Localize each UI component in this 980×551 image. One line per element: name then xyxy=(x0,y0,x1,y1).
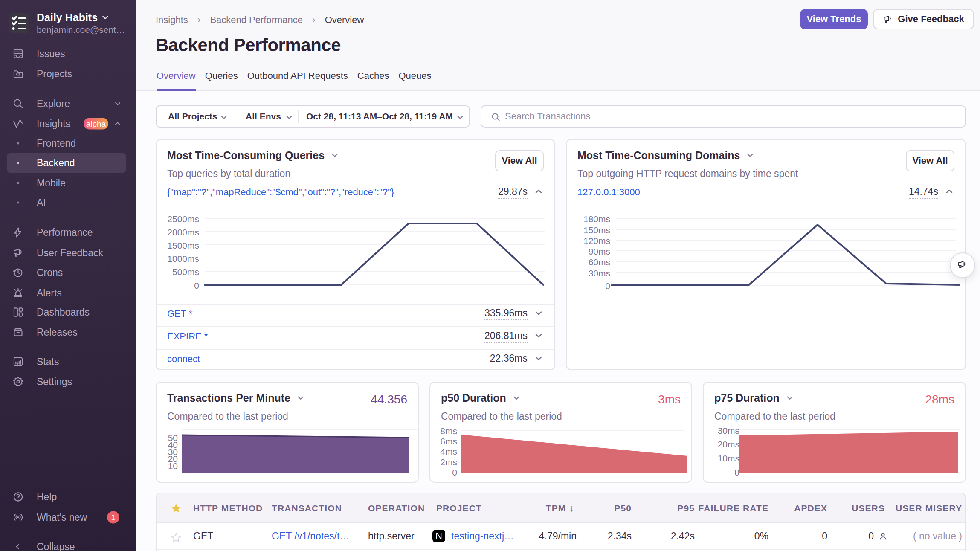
svg-text:0: 0 xyxy=(605,281,610,291)
svg-text:60ms: 60ms xyxy=(589,257,610,267)
svg-text:20ms: 20ms xyxy=(718,439,739,449)
svg-text:6ms: 6ms xyxy=(440,436,457,446)
svg-text:2ms: 2ms xyxy=(440,457,457,467)
svg-text:1500ms: 1500ms xyxy=(167,241,199,250)
svg-text:0: 0 xyxy=(734,467,739,477)
svg-text:90ms: 90ms xyxy=(589,246,610,256)
svg-text:0: 0 xyxy=(452,467,457,477)
svg-text:180ms: 180ms xyxy=(583,214,610,224)
svg-text:8ms: 8ms xyxy=(440,426,457,436)
svg-text:500ms: 500ms xyxy=(172,267,199,277)
svg-text:0: 0 xyxy=(194,281,199,290)
svg-text:150ms: 150ms xyxy=(583,225,610,235)
svg-text:4ms: 4ms xyxy=(440,447,457,456)
svg-text:120ms: 120ms xyxy=(583,236,610,246)
svg-text:1000ms: 1000ms xyxy=(167,254,199,264)
svg-text:2000ms: 2000ms xyxy=(167,227,199,237)
svg-text:2500ms: 2500ms xyxy=(167,214,199,224)
svg-text:10: 10 xyxy=(168,461,178,471)
svg-text:30ms: 30ms xyxy=(589,268,610,278)
svg-text:10ms: 10ms xyxy=(718,453,739,463)
svg-text:30ms: 30ms xyxy=(718,426,739,435)
